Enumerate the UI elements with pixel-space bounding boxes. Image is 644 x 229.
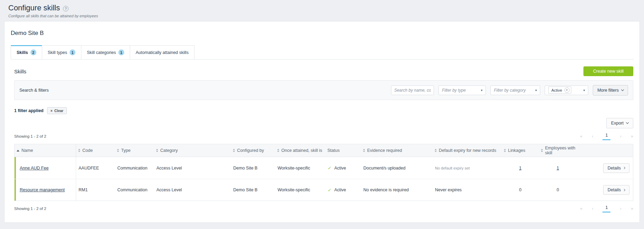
last-page-button[interactable]: » <box>631 133 633 139</box>
page-number[interactable]: 1 <box>602 133 610 140</box>
prev-page-button[interactable]: ‹ <box>592 133 593 139</box>
details-button[interactable]: Details <box>603 163 629 173</box>
first-page-button[interactable]: « <box>580 205 582 211</box>
column-header-linkages[interactable]: Linkages <box>502 144 539 157</box>
active-filter-chip: Active × <box>548 86 571 94</box>
default-expiry-cell: Never expires <box>433 187 502 192</box>
column-header-category[interactable]: Category <box>154 144 231 157</box>
sort-icon <box>277 149 279 152</box>
once-attained-cell: Worksite-specific <box>275 166 325 171</box>
more-filters-button[interactable]: More filters <box>593 85 628 95</box>
tab-skill-categories[interactable]: Skill categories 1 <box>81 45 130 59</box>
page-number[interactable]: 1 <box>602 205 610 212</box>
chevron-down-icon <box>626 121 629 124</box>
default-expiry-cell: No default expiry set <box>433 166 502 170</box>
check-icon: ✓ <box>328 165 332 171</box>
column-header-actions <box>577 144 633 157</box>
status-cell: ✓ Active <box>325 187 361 193</box>
tab-skill-types[interactable]: Skill types 1 <box>42 45 81 59</box>
skill-name-link[interactable]: Resource management <box>20 187 65 192</box>
pagination-top: « ‹ 1 › » <box>580 133 633 140</box>
content-card: Demo Site B Skills 2 Skill types 1 Skill… <box>4 21 640 223</box>
tab-skills[interactable]: Skills 2 <box>11 45 42 59</box>
type-cell: Communication <box>115 187 154 192</box>
tab-count-badge: 1 <box>118 49 124 55</box>
linkages-cell: 1 <box>502 166 539 171</box>
column-header-name[interactable]: Name <box>15 144 76 157</box>
tab-label: Skill types <box>48 50 67 55</box>
name-cell: Anne AUD Fee <box>15 157 76 179</box>
details-button[interactable]: Details <box>603 185 629 195</box>
employees-with-skill-link[interactable]: 1 <box>557 166 559 171</box>
sort-icon <box>363 149 365 152</box>
status-filter-select[interactable]: Active × ▾ <box>545 85 588 95</box>
actions-cell: Details <box>577 185 633 195</box>
chevron-down-icon: ▾ <box>535 89 537 92</box>
actions-cell: Details <box>577 163 633 173</box>
chevron-down-icon: ▾ <box>481 89 483 92</box>
employees-cell: 1 <box>539 166 577 171</box>
next-page-button[interactable]: › <box>620 205 621 211</box>
once-attained-cell: Worksite-specific <box>275 187 325 192</box>
column-header-configured-by[interactable]: Configured by <box>231 144 275 157</box>
sort-icon <box>156 149 158 152</box>
export-button[interactable]: Export <box>606 118 633 128</box>
chevron-right-icon <box>623 167 625 169</box>
showing-count-text: Showing 1 - 2 of 2 <box>14 134 46 138</box>
remove-filter-icon[interactable]: × <box>564 88 570 93</box>
filter-bar-label: Search & filters <box>19 88 49 93</box>
last-page-button[interactable]: » <box>631 205 633 211</box>
chevron-down-icon <box>621 88 624 91</box>
status-cell: ✓ Active <box>325 165 361 171</box>
pagination-bottom: « ‹ 1 › » <box>580 205 633 212</box>
sort-icon <box>541 149 543 152</box>
first-page-button[interactable]: « <box>580 133 582 139</box>
table-row: Resource management RM1 Communication Ac… <box>15 179 633 201</box>
column-header-employees-with-skill[interactable]: Employees with skill <box>539 144 577 157</box>
status-badge: Active <box>334 166 346 171</box>
create-new-skill-button[interactable]: Create new skill <box>583 66 633 76</box>
help-icon[interactable]: ? <box>63 6 69 11</box>
name-cell: Resource management <box>15 179 76 201</box>
linkages-cell: 0 <box>502 187 539 192</box>
configured-by-cell: Demo Site B <box>231 187 275 192</box>
search-input[interactable] <box>391 85 434 95</box>
tab-label: Skills <box>17 50 28 55</box>
type-cell: Communication <box>115 166 154 171</box>
tab-label: Automatically attained skills <box>136 50 189 55</box>
sort-ascending-icon <box>17 150 19 152</box>
filter-by-type-select[interactable]: Filter by type ▾ <box>438 85 486 95</box>
filter-bar: Search & filters Filter by type ▾ Filter… <box>14 80 633 100</box>
employees-cell: 0 <box>539 187 577 192</box>
filter-by-category-select[interactable]: Filter by category ▾ <box>490 85 540 95</box>
chevron-down-icon: ▾ <box>583 89 585 92</box>
tab-count-badge: 2 <box>30 49 36 55</box>
filters-applied-text: 1 filter applied <box>14 108 44 113</box>
next-page-button[interactable]: › <box>620 133 621 139</box>
code-cell: RM1 <box>76 187 115 192</box>
prev-page-button[interactable]: ‹ <box>592 205 593 211</box>
showing-count-text: Showing 1 - 2 of 2 <box>14 207 46 211</box>
linkages-link[interactable]: 1 <box>519 166 521 171</box>
column-header-evidence-required[interactable]: Evidence required <box>361 144 433 157</box>
tab-automatically-attained-skills[interactable]: Automatically attained skills <box>130 45 194 59</box>
page-header: Configure skills ? Configure all skills … <box>0 0 644 18</box>
evidence-cell: No evidence is required <box>361 187 433 192</box>
column-header-once-attained[interactable]: Once attained, skill is <box>275 144 325 157</box>
page-subtitle: Configure all skills that can be attaine… <box>8 14 636 18</box>
section-title: Skills <box>14 68 26 74</box>
sort-icon <box>435 149 437 152</box>
clear-filters-button[interactable]: × Clear <box>47 107 67 114</box>
column-header-type[interactable]: Type <box>115 144 154 157</box>
evidence-cell: Document/s uploaded <box>361 166 433 171</box>
column-header-code[interactable]: Code <box>76 144 115 157</box>
sort-icon <box>504 149 506 152</box>
configured-by-cell: Demo Site B <box>231 166 275 171</box>
skills-table: Name Code Type Category Configured by <box>14 144 633 201</box>
category-cell: Access Level <box>154 166 231 171</box>
column-header-default-expiry[interactable]: Default expiry for new records <box>433 144 502 157</box>
close-icon: × <box>51 109 53 113</box>
skill-name-link[interactable]: Anne AUD Fee <box>20 166 48 171</box>
tab-count-badge: 1 <box>70 49 75 55</box>
code-cell: AAUDFEE <box>76 166 115 171</box>
